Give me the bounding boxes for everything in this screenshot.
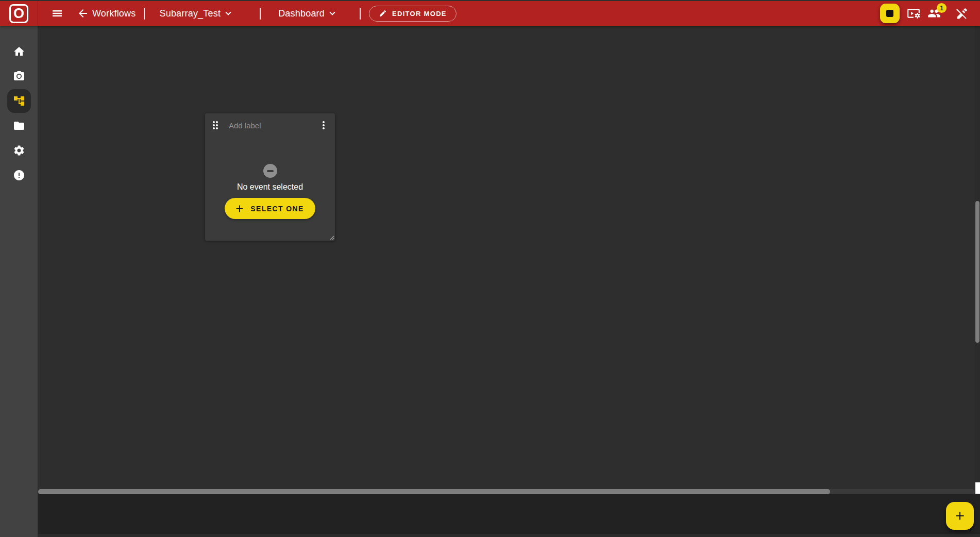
edit-off-icon — [955, 7, 969, 20]
horizontal-scrollbar-thumb[interactable] — [38, 489, 830, 494]
scrollbar-corner — [975, 482, 980, 494]
widget-label-input[interactable] — [229, 121, 301, 130]
sidebar-item-home[interactable] — [0, 39, 38, 64]
app-window: O Workflows Subarray_Test — [0, 0, 980, 537]
chevron-down-icon — [223, 8, 234, 19]
video-settings-icon — [907, 7, 920, 20]
bottom-toolbar — [38, 494, 980, 534]
header-divider — [260, 8, 261, 20]
sidebar-item-workflows[interactable] — [0, 89, 38, 113]
app-logo[interactable]: O — [9, 4, 28, 23]
workspace-selector[interactable]: Subarray_Test — [159, 8, 234, 19]
menu-button[interactable] — [51, 7, 63, 20]
camera-icon — [13, 70, 25, 82]
drag-indicator-icon[interactable] — [209, 119, 222, 131]
add-icon — [953, 509, 967, 523]
resize-grip-icon[interactable] — [328, 234, 334, 240]
menu-icon — [51, 7, 63, 20]
folder-icon — [13, 120, 25, 132]
empty-state-message: No event selected — [237, 182, 303, 192]
window-bottom-edge — [38, 534, 980, 537]
gear-icon — [13, 144, 25, 157]
view-selector[interactable]: Dashboard — [278, 8, 338, 19]
sidebar-item-camera[interactable] — [0, 64, 38, 89]
stop-icon — [886, 10, 893, 17]
window-top-edge — [0, 0, 980, 1]
vertical-scrollbar-track — [975, 26, 980, 482]
editor-mode-button[interactable]: EDITOR MODE — [369, 6, 457, 22]
sidebar-item-settings[interactable] — [0, 138, 38, 163]
header-divider — [144, 8, 145, 20]
stop-button[interactable] — [880, 4, 900, 23]
edit-off-button[interactable] — [955, 7, 969, 20]
add-widget-fab[interactable] — [946, 502, 974, 530]
add-icon — [234, 203, 245, 214]
horizontal-scrollbar-track — [38, 489, 975, 494]
workflow-tree-icon — [13, 95, 25, 107]
error-icon — [13, 169, 25, 181]
app-header: O Workflows Subarray_Test — [0, 1, 980, 26]
kebab-icon — [317, 119, 330, 131]
sidebar-item-files[interactable] — [0, 113, 38, 138]
header-right: 1 — [880, 1, 969, 26]
sidebar-active-highlight — [7, 89, 31, 113]
back-button[interactable] — [77, 7, 89, 20]
widget-card-body: No event selected SELECT ONE — [205, 137, 335, 219]
video-settings-button[interactable] — [907, 7, 920, 20]
logo-letter: O — [13, 7, 24, 21]
header-left: Workflows Subarray_Test Dashboard — [38, 1, 457, 26]
sidebar-nav — [0, 26, 38, 537]
view-selector-label: Dashboard — [278, 8, 325, 19]
select-one-label: SELECT ONE — [250, 205, 303, 213]
widget-menu-button[interactable] — [317, 119, 330, 131]
block-icon — [263, 164, 277, 178]
nav-title: Workflows — [92, 8, 136, 19]
widget-card-header — [205, 113, 335, 137]
header-divider — [360, 8, 361, 20]
arrow-back-icon — [77, 7, 89, 20]
edit-icon — [379, 9, 387, 18]
dashboard-canvas[interactable] — [39, 26, 975, 494]
home-icon — [13, 45, 25, 58]
workspace-selector-label: Subarray_Test — [159, 8, 221, 19]
event-widget-card: No event selected SELECT ONE — [205, 113, 335, 241]
chevron-down-icon — [327, 8, 338, 19]
users-count-badge: 1 — [937, 3, 947, 13]
vertical-scrollbar-thumb[interactable] — [975, 201, 979, 343]
sidebar-item-alerts[interactable] — [0, 163, 38, 188]
logo-area: O — [0, 1, 38, 26]
select-one-button[interactable]: SELECT ONE — [225, 198, 315, 219]
users-button[interactable]: 1 — [927, 7, 941, 20]
editor-mode-label: EDITOR MODE — [392, 10, 447, 18]
